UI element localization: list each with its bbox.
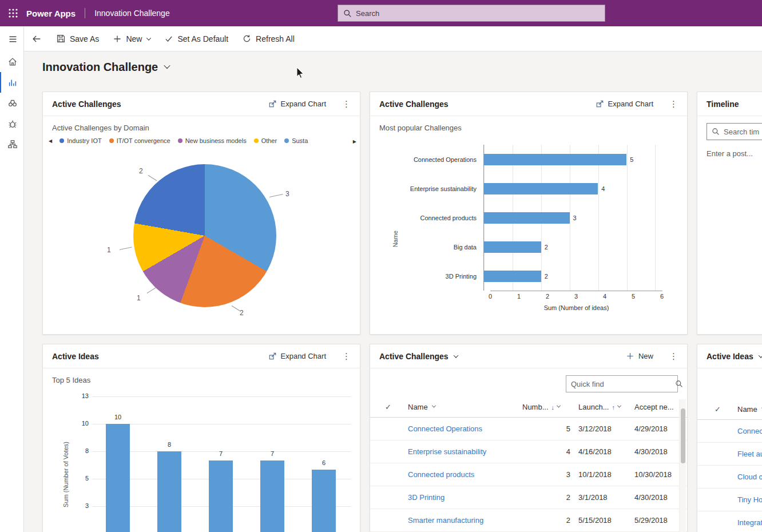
column-header-launch[interactable]: Launch...↑: [570, 403, 628, 411]
chevron-down-icon[interactable]: [146, 35, 151, 40]
more-commands-icon[interactable]: ⋮: [342, 352, 351, 360]
search-icon[interactable]: [675, 380, 683, 388]
pie-chart[interactable]: [133, 164, 276, 307]
grid-row[interactable]: Connected Operations 5 3/12/2018 4/29/20…: [370, 418, 687, 440]
nav-home-icon[interactable]: [0, 51, 24, 72]
sort-ascending-icon: ↑: [612, 404, 616, 411]
bar-value-label: 2: [545, 244, 548, 251]
card-active-ideas-chart: Active Ideas Expand Chart ⋮ Top 5 Ideas …: [42, 344, 360, 532]
bar[interactable]: [312, 470, 336, 532]
new-record-button[interactable]: New: [626, 352, 653, 360]
scrollbar-thumb[interactable]: [681, 408, 685, 463]
nav-advanced-find-icon[interactable]: [0, 93, 24, 113]
bar[interactable]: [484, 212, 570, 224]
record-link[interactable]: Cloud c: [737, 473, 762, 481]
nav-hierarchy-icon[interactable]: [0, 134, 24, 154]
bar[interactable]: [260, 460, 284, 532]
category-label: Big data: [370, 244, 483, 251]
category-label: Connected products: [370, 215, 483, 221]
column-header-number[interactable]: Numb...↓: [522, 403, 570, 411]
more-commands-icon[interactable]: ⋮: [669, 100, 678, 108]
expand-chart-button[interactable]: Expand Chart: [268, 352, 327, 360]
card-title: Timeline: [707, 100, 739, 109]
chevron-down-icon[interactable]: [164, 62, 170, 68]
bar[interactable]: [484, 241, 541, 253]
pie-label-line: [120, 247, 132, 250]
record-link[interactable]: Connected Operations: [408, 424, 482, 433]
new-button[interactable]: New: [106, 26, 157, 51]
quick-find-box[interactable]: [566, 375, 678, 392]
record-link[interactable]: Connected products: [408, 470, 474, 479]
dashboard-selector[interactable]: Innovation Challenge: [42, 61, 169, 74]
new-label: New: [126, 34, 142, 43]
grid-row[interactable]: Fleet au: [697, 443, 762, 466]
more-commands-icon[interactable]: ⋮: [342, 100, 351, 108]
timeline-post-input[interactable]: Enter a post...: [697, 140, 762, 167]
select-all-checkbox[interactable]: ✓: [385, 403, 408, 411]
cell-launch-date: 3/12/2018: [570, 424, 628, 433]
header-breadcrumb[interactable]: Innovation Challenge: [94, 9, 170, 18]
timeline-search-box[interactable]: [707, 123, 762, 140]
save-as-button[interactable]: Save As: [49, 26, 106, 51]
cell-accept-date: 4/30/2018: [628, 447, 687, 456]
grid-row[interactable]: Cloud c: [697, 466, 762, 489]
y-tick-label: 13: [72, 392, 89, 399]
view-selector[interactable]: Active Challenges: [379, 352, 458, 361]
grid-row[interactable]: Connect: [697, 420, 762, 443]
record-link[interactable]: Fleet au: [737, 450, 762, 458]
timeline-search-input[interactable]: [724, 128, 762, 136]
sort-descending-icon: ↓: [551, 404, 555, 411]
save-as-label: Save As: [70, 34, 99, 43]
bar[interactable]: [484, 183, 598, 194]
grid-row[interactable]: Connected products 3 10/1/2018 10/30/201…: [370, 463, 687, 486]
select-all-checkbox[interactable]: ✓: [715, 405, 737, 414]
grid-row[interactable]: Integrat: [697, 511, 762, 532]
column-header-accept[interactable]: Accept ne...: [628, 403, 687, 411]
quick-find-input[interactable]: [571, 380, 672, 388]
chevron-down-icon[interactable]: [557, 404, 561, 408]
set-as-default-button[interactable]: Set As Default: [157, 26, 235, 51]
grid-row[interactable]: Enterprise sustainability 4 4/16/2018 4/…: [370, 440, 687, 463]
chevron-down-icon[interactable]: [758, 353, 762, 358]
refresh-all-button[interactable]: Refresh All: [235, 26, 301, 51]
view-selector[interactable]: Active Ideas: [707, 352, 762, 361]
save-icon: [56, 34, 66, 43]
pie-chart-area: 2 3 2 1 1: [43, 144, 360, 327]
chevron-down-icon[interactable]: [617, 404, 621, 408]
bar[interactable]: [484, 154, 626, 165]
nav-bug-icon[interactable]: [0, 113, 24, 134]
back-button[interactable]: [24, 26, 49, 51]
column-header-name[interactable]: Name: [408, 403, 522, 411]
bar[interactable]: [484, 271, 541, 282]
bar[interactable]: [106, 424, 130, 532]
header-search-input[interactable]: [356, 9, 600, 18]
record-link[interactable]: Smarter manufacturing: [408, 516, 483, 525]
header-search-box[interactable]: [338, 5, 605, 22]
nav-hamburger-icon[interactable]: [0, 26, 24, 51]
record-link[interactable]: Integrat: [737, 518, 762, 527]
expand-chart-button[interactable]: Expand Chart: [596, 100, 654, 108]
record-link[interactable]: Tiny Ho: [737, 495, 762, 504]
more-commands-icon[interactable]: ⋮: [669, 352, 678, 360]
grid-row[interactable]: Smarter manufacturing 2 5/15/2018 5/29/2…: [370, 509, 687, 532]
waffle-menu-icon[interactable]: [0, 0, 26, 26]
grid-scrollbar[interactable]: [679, 399, 686, 532]
grid-row[interactable]: Tiny Ho: [697, 489, 762, 511]
chart-subtitle: Active Challenges by Domain: [43, 116, 360, 132]
record-link[interactable]: Enterprise sustainability: [408, 447, 486, 456]
bar[interactable]: [209, 460, 233, 532]
legend-next-icon[interactable]: ▶: [353, 139, 356, 144]
expand-chart-button[interactable]: Expand Chart: [268, 100, 327, 108]
chevron-down-icon[interactable]: [432, 404, 436, 408]
column-header-name[interactable]: Name: [737, 405, 762, 414]
chevron-down-icon[interactable]: [453, 353, 458, 358]
legend-prev-icon[interactable]: ◀: [49, 138, 52, 144]
left-navigation: [0, 26, 24, 532]
bar[interactable]: [157, 451, 181, 532]
record-link[interactable]: 3D Printing: [408, 493, 445, 502]
app-name[interactable]: Power Apps: [26, 9, 76, 18]
bar-value-label: 5: [630, 156, 633, 163]
grid-row[interactable]: 3D Printing 2 3/1/2018 4/30/2018: [370, 486, 687, 509]
record-link[interactable]: Connect: [737, 427, 762, 435]
nav-dashboards-icon[interactable]: [0, 72, 24, 93]
